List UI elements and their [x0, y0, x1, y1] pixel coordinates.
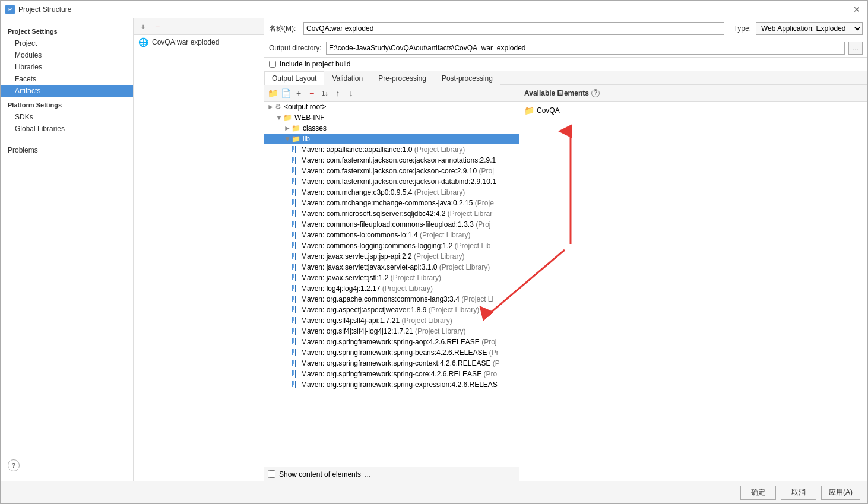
lib-item-icon: [292, 220, 299, 229]
toggle-icon[interactable]: ▼: [275, 113, 283, 122]
lib-item-icon: [292, 338, 299, 346]
ok-button[interactable]: 确定: [740, 486, 776, 500]
lib-item-icon: [292, 242, 299, 250]
tree-item-lib7[interactable]: Maven: com.microsoft.sqlserver:sqljdbc42…: [264, 208, 519, 219]
tree-toolbar: 📁 📄 + − 1↓ ↑ ↓: [264, 85, 519, 102]
tree-item-lib11[interactable]: Maven: javax.servlet.jsp:jsp-api:2.2 (Pr…: [264, 251, 519, 262]
tree-file-btn[interactable]: 📄: [280, 87, 292, 99]
tab-content: 📁 📄 + − 1↓ ↑ ↓ ► ⚙: [264, 85, 867, 481]
tree-area: 📁 📄 + − 1↓ ↑ ↓ ► ⚙: [264, 85, 519, 481]
available-item-covqa[interactable]: 📁 CovQA: [522, 104, 865, 117]
toggle-icon[interactable]: ▼: [283, 135, 292, 143]
lib4-label: Maven: com.fasterxml.jackson.core:jackso…: [301, 177, 496, 186]
remove-artifact-button[interactable]: −: [151, 21, 163, 33]
tree-item-lib5[interactable]: Maven: com.mchange:c3p0:0.9.5.4 (Project…: [264, 187, 519, 198]
project-structure-window: P Project Structure ✕ Project Settings P…: [0, 0, 868, 504]
lib-item-icon: [292, 177, 299, 186]
lib-item-icon: [292, 348, 299, 357]
tree-item-lib17[interactable]: Maven: org.slf4j:slf4j-api:1.7.21 (Proje…: [264, 315, 519, 326]
type-select[interactable]: Web Application: Exploded: [756, 22, 863, 35]
title-bar-left: P Project Structure: [5, 5, 71, 14]
sidebar-item-facets[interactable]: Facets: [1, 73, 133, 85]
tree-item-lib20[interactable]: Maven: org.springframework:spring-beans:…: [264, 347, 519, 358]
tree-item-lib6[interactable]: Maven: com.mchange:mchange-commons-java:…: [264, 198, 519, 208]
sidebar-item-modules[interactable]: Modules: [1, 49, 133, 61]
lib19-label: Maven: org.springframework:spring-aop:4.…: [301, 338, 497, 346]
tree-item-lib2[interactable]: Maven: com.fasterxml.jackson.core:jackso…: [264, 155, 519, 166]
tree-item-lib14[interactable]: Maven: log4j:log4j:1.2.17 (Project Libra…: [264, 283, 519, 294]
tree-item-web-inf[interactable]: ▼ 📁 WEB-INF: [264, 112, 519, 123]
include-build-checkbox[interactable]: [269, 61, 276, 68]
lib-item-icon: [292, 252, 299, 261]
tab-output-layout[interactable]: Output Layout: [264, 71, 324, 85]
tree-add-btn[interactable]: +: [293, 87, 305, 99]
tree-item-classes[interactable]: ► 📁 classes: [264, 123, 519, 134]
tree-remove-btn[interactable]: −: [306, 87, 318, 99]
include-build-row: Include in project build: [264, 58, 867, 71]
tree-item-lib19[interactable]: Maven: org.springframework:spring-aop:4.…: [264, 337, 519, 347]
tree-item-lib23[interactable]: Maven: org.springframework:spring-expres…: [264, 379, 519, 390]
output-dir-input[interactable]: [326, 42, 845, 55]
help-button[interactable]: ?: [8, 459, 20, 471]
tree-item-lib9[interactable]: Maven: commons-io:commons-io:1.4 (Projec…: [264, 230, 519, 240]
tree-item-lib10[interactable]: Maven: commons-logging:commons-logging:1…: [264, 240, 519, 251]
lib16-label: Maven: org.aspectj:aspectjweaver:1.8.9 (…: [301, 306, 479, 314]
lib-item-icon: [292, 359, 299, 367]
tree-item-lib22[interactable]: Maven: org.springframework:spring-core:4…: [264, 369, 519, 379]
tree-item-lib3[interactable]: Maven: com.fasterxml.jackson.core:jackso…: [264, 166, 519, 176]
sidebar-item-libraries[interactable]: Libraries: [1, 61, 133, 73]
lib-item-icon: [292, 167, 299, 175]
name-input[interactable]: [303, 22, 724, 35]
artifact-item[interactable]: 🌐 CovQA:war exploded: [134, 35, 264, 49]
tree-item-lib1[interactable]: Maven: aopalliance:aopalliance:1.0 (Proj…: [264, 144, 519, 155]
cancel-button[interactable]: 取消: [781, 486, 816, 500]
toggle-icon[interactable]: ►: [283, 124, 292, 132]
tree-item-lib21[interactable]: Maven: org.springframework:spring-contex…: [264, 358, 519, 369]
show-content-checkbox[interactable]: [268, 470, 275, 478]
artifact-list-panel: + − 🌐 CovQA:war exploded: [134, 18, 264, 481]
tree-item-output-root[interactable]: ► ⚙ <output root>: [264, 102, 519, 112]
lib22-label: Maven: org.springframework:spring-core:4…: [301, 370, 497, 378]
sidebar-bottom: ?: [1, 455, 133, 476]
tree-sort-btn[interactable]: 1↓: [319, 87, 331, 99]
apply-button[interactable]: 应用(A): [821, 486, 860, 500]
close-button[interactable]: ✕: [851, 4, 863, 15]
tree-down-btn[interactable]: ↓: [345, 87, 357, 99]
lib-item-icon: [292, 295, 299, 303]
title-bar: P Project Structure ✕: [1, 1, 867, 18]
lib-item-icon: [292, 188, 299, 196]
tree-item-lib18[interactable]: Maven: org.slf4j:slf4j-log4j12:1.7.21 (P…: [264, 326, 519, 337]
tab-validation[interactable]: Validation: [324, 71, 370, 85]
tab-pre-processing[interactable]: Pre-processing: [370, 71, 434, 85]
tab-post-processing[interactable]: Post-processing: [434, 71, 500, 85]
tree-folder-btn[interactable]: 📁: [267, 87, 278, 99]
sidebar-item-sdks[interactable]: SDKs: [1, 111, 133, 123]
tree-item-lib12[interactable]: Maven: javax.servlet:javax.servlet-api:3…: [264, 262, 519, 272]
lib-item-icon: [292, 306, 299, 314]
toggle-icon[interactable]: ►: [267, 103, 275, 111]
tree-item-lib15[interactable]: Maven: org.apache.commons:commons-lang3:…: [264, 294, 519, 305]
lib6-label: Maven: com.mchange:mchange-commons-java:…: [301, 199, 494, 207]
add-artifact-button[interactable]: +: [137, 21, 149, 33]
tree-item-lib[interactable]: ▼ 📁 lib: [264, 134, 519, 144]
lib-item-icon: [292, 381, 299, 389]
output-dir-label: Output directory:: [269, 44, 322, 52]
browse-button[interactable]: ...: [848, 42, 863, 55]
type-label: Type:: [734, 24, 751, 33]
show-content-more[interactable]: ...: [365, 470, 370, 478]
sidebar-item-global-libraries[interactable]: Global Libraries: [1, 123, 133, 135]
name-label: 名称(M):: [269, 24, 299, 34]
tree-item-lib4[interactable]: Maven: com.fasterxml.jackson.core:jackso…: [264, 176, 519, 187]
output-dir-row: Output directory: ...: [264, 39, 867, 58]
sidebar-item-project[interactable]: Project: [1, 37, 133, 49]
available-help-icon[interactable]: ?: [591, 89, 600, 97]
sidebar-item-artifacts[interactable]: Artifacts: [1, 85, 133, 97]
lib-item-icon: [292, 156, 299, 164]
tree-item-lib16[interactable]: Maven: org.aspectj:aspectjweaver:1.8.9 (…: [264, 305, 519, 315]
tree-up-btn[interactable]: ↑: [332, 87, 344, 99]
tree-item-lib8[interactable]: Maven: commons-fileupload:commons-fileup…: [264, 219, 519, 230]
sidebar-item-problems[interactable]: Problems: [1, 144, 133, 156]
tree-item-lib13[interactable]: Maven: javax.servlet:jstl:1.2 (Project L…: [264, 272, 519, 283]
classes-icon: 📁: [292, 124, 300, 132]
available-elements-title: Available Elements: [524, 89, 589, 97]
